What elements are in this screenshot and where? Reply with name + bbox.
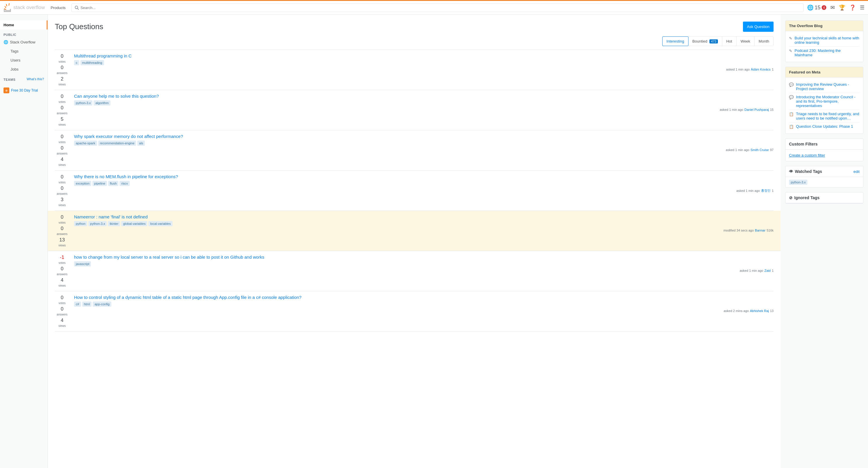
filter-tab-interesting[interactable]: Interesting — [662, 36, 689, 46]
tag[interactable]: local-variables — [148, 221, 172, 226]
user-link[interactable]: Daniel Pushparaj — [744, 108, 769, 111]
views-stat: 13 views — [58, 237, 66, 247]
products-label[interactable]: Products — [49, 4, 68, 11]
watched-tags-widget: 👁 Watched Tags edit python-3.x — [785, 166, 863, 187]
votes-label: votes — [59, 181, 66, 184]
question-title-link[interactable]: Can anyone help me to solve this questio… — [74, 94, 774, 98]
filter-tabs: Interesting Bountied 473 Hot Week Month — [662, 36, 774, 46]
watched-tag[interactable]: python-3.x — [789, 180, 807, 185]
create-custom-filter-link[interactable]: Create a custom filter — [789, 153, 825, 157]
question-tags: javascript — [74, 261, 774, 266]
tag[interactable]: algorithm — [94, 100, 110, 106]
votes-label: votes — [59, 261, 66, 264]
question-tags: pythonpython-3.xtkinterglobal-variablesl… — [74, 221, 774, 226]
tag[interactable]: c# — [74, 301, 81, 307]
tag[interactable]: app-config — [93, 301, 111, 307]
tag[interactable]: c — [74, 60, 79, 65]
custom-filters-widget: Custom Filters Create a custom filter — [785, 139, 863, 161]
question-content: Can anyone help me to solve this questio… — [74, 94, 774, 126]
sidebar-item-jobs[interactable]: Jobs — [0, 65, 48, 74]
user-rep: 1 — [772, 68, 774, 71]
meta-text: modified 34 secs ago — [723, 229, 754, 232]
question-title-link[interactable]: How to control styling of a dynamic html… — [74, 295, 774, 300]
blog-item-link[interactable]: Build your technical skills at home with… — [795, 36, 860, 45]
search-input[interactable] — [81, 5, 800, 10]
view-count: 3 — [58, 197, 66, 203]
user-link[interactable]: Zaid — [764, 269, 770, 272]
question-stats: 0 votes 0 answers 4 views — [55, 295, 69, 328]
user-rep: 1 — [772, 189, 774, 193]
tag[interactable]: global-variables — [121, 221, 147, 226]
user-link[interactable]: Abhishek Raj — [750, 309, 769, 313]
user-rep: 15 — [770, 108, 774, 111]
sidebar-item-tags[interactable]: Tags — [0, 47, 48, 56]
answer-count: 0 — [57, 226, 67, 232]
answer-count: 0 — [57, 266, 67, 272]
tag[interactable]: javascript — [74, 261, 91, 266]
hamburger-icon[interactable]: ☰ — [860, 4, 865, 11]
question-title-link[interactable]: Nameerror : name 'final' is not defined — [74, 214, 774, 219]
sidebar-item-stackoverflow[interactable]: 🌐 Stack Overflow — [0, 38, 48, 47]
messages-icon[interactable]: ✉ — [830, 4, 835, 11]
watched-tags-header: 👁 Watched Tags edit — [785, 166, 863, 177]
user-link[interactable]: Ádám Kovács — [751, 68, 771, 71]
filter-tab-week[interactable]: Week — [737, 37, 755, 46]
tag[interactable]: multithreading — [81, 60, 104, 65]
tag[interactable]: apache-spark — [74, 141, 97, 146]
user-link[interactable]: Smith Cruise — [750, 148, 769, 152]
ignored-tags-header: ⊘ Ignored Tags — [785, 193, 863, 203]
free-trial[interactable]: ⊕ Free 30 Day Trial — [0, 85, 48, 96]
achievements-icon[interactable]: 🏆 — [839, 4, 845, 11]
views-label: views — [58, 324, 66, 327]
meta-item-link[interactable]: Improving the Review Queues - Project ov… — [796, 82, 860, 91]
questions-list: 0 votes 0 answers 2 views Multithread pr… — [55, 50, 774, 331]
tag[interactable]: flush — [108, 181, 118, 186]
tag[interactable]: tkinter — [108, 221, 120, 226]
views-stat: 2 views — [58, 76, 66, 86]
meta-item-link[interactable]: Introducing the Moderator Council - and … — [796, 95, 860, 108]
votes-label: votes — [59, 301, 66, 305]
meta-text: asked 1 min ago — [726, 68, 750, 71]
tag[interactable]: als — [137, 141, 145, 146]
meta-item-link[interactable]: Question Close Updates: Phase 1 — [796, 124, 853, 128]
logo[interactable]: stack overflow — [3, 3, 45, 12]
meta-item-link[interactable]: Triage needs to be fixed urgently, and u… — [796, 112, 860, 120]
tag[interactable]: riscv — [120, 181, 130, 186]
watched-tags-edit[interactable]: edit — [854, 169, 860, 174]
tag[interactable]: exception — [74, 181, 91, 186]
views-stat: 4 views — [58, 277, 66, 288]
tag[interactable]: html — [82, 301, 92, 307]
tag[interactable]: python-3.x — [88, 221, 107, 226]
whats-this-link[interactable]: What's this? — [27, 77, 44, 81]
filter-tab-bountied[interactable]: Bountied 473 — [688, 37, 722, 46]
question-title-link[interactable]: Multithread programming in C — [74, 53, 774, 58]
question-content: How to control styling of a dynamic html… — [74, 295, 774, 328]
tag[interactable]: pipeline — [92, 181, 107, 186]
ask-question-button[interactable]: Ask Question — [743, 22, 774, 32]
svg-rect-0 — [5, 10, 10, 11]
overflow-blog-header: The Overflow Blog — [785, 21, 863, 31]
filter-tab-hot[interactable]: Hot — [722, 37, 737, 46]
question-title-link[interactable]: how to change from my local server to a … — [74, 255, 774, 260]
filter-tab-month[interactable]: Month — [755, 37, 773, 46]
blog-item-link[interactable]: Podcast 230: Mastering the Mainframe — [795, 49, 860, 57]
sidebar-item-home[interactable]: Home — [0, 21, 48, 29]
question-title-link[interactable]: Why there is no MEM.flush in pipeline fo… — [74, 174, 774, 179]
tag[interactable]: recommendation-engine — [98, 141, 136, 146]
sidebar-item-users[interactable]: Users — [0, 56, 48, 65]
question-title-link[interactable]: Why spark executor memory do not affect … — [74, 134, 774, 139]
user-link[interactable]: 홍정민 — [761, 188, 771, 193]
tag[interactable]: python — [74, 221, 87, 226]
search-bar[interactable] — [71, 3, 804, 12]
question-stats: 0 votes 0 answers 2 views — [55, 53, 69, 86]
views-stat: 3 views — [58, 197, 66, 207]
answers-stat: 0 answers — [57, 185, 67, 196]
answers-stat: 0 answers — [57, 145, 67, 155]
products-nav[interactable]: Products — [49, 5, 68, 10]
user-link[interactable]: Barmar — [755, 229, 766, 232]
question-content: Why there is no MEM.flush in pipeline fo… — [74, 174, 774, 207]
inbox-icon[interactable]: 🌐 15 4 — [807, 4, 826, 11]
tag[interactable]: python-3.x — [74, 100, 92, 106]
free-trial-label: Free 30 Day Trial — [11, 88, 38, 92]
help-icon[interactable]: ❓ — [849, 4, 856, 11]
